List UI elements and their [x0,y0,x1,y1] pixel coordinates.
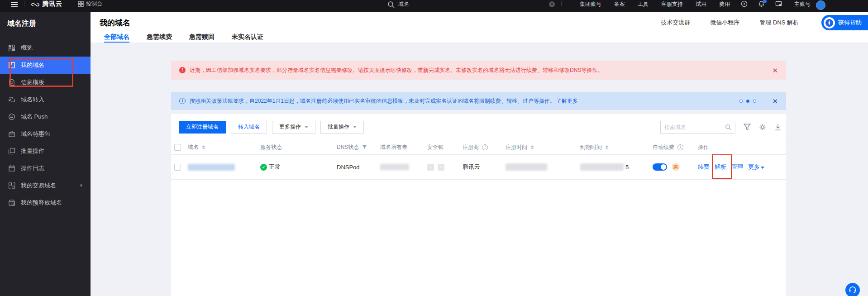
user-avatar[interactable] [816,0,825,10]
sort-expire-time-icon[interactable] [605,145,609,149]
auto-renew-info-icon[interactable]: i [677,144,683,150]
info-template-icon [8,79,15,86]
menu-group-account[interactable]: 集团账号 [580,0,601,8]
expire-time-visible-digit: 5 [625,164,629,171]
notification-badge [763,0,767,3]
tab-all-domains[interactable]: 全部域名 [104,33,129,43]
learn-more-link[interactable]: 了解更多 [556,98,578,104]
unlock-refresh-icon[interactable]: ○ [438,164,444,171]
filter-icon[interactable] [744,124,751,131]
clear-search-icon[interactable]: ✕ [549,1,555,7]
header-links: 技术交流群 微信小程序 管理 DNS 解析 [661,19,799,27]
console-link[interactable]: 控制台 [78,0,102,7]
lock-icon[interactable]: – [427,164,434,171]
global-search[interactable]: 域名 ✕ [387,0,555,8]
sidebar-item-pre-release-domains[interactable]: 我的预释放域名 [0,194,91,211]
console-settings-icon[interactable] [775,0,782,8]
select-all-checkbox[interactable] [174,144,181,151]
link-tech-group[interactable]: 技术交流群 [661,19,690,27]
pre-release-domains-icon [8,199,15,206]
download-icon[interactable] [774,124,782,131]
sidebar-item-domain-push[interactable]: 域名 Push [0,108,91,125]
notification-bell-icon[interactable] [758,0,765,8]
search-icon [725,124,731,130]
customer-service-chat-button[interactable] [845,283,860,296]
sidebar-item-operation-log[interactable]: 操作日志 [0,160,91,177]
more-actions-link[interactable]: 更多 [748,163,764,171]
dns-status: DNSPod [337,164,360,171]
row-checkbox[interactable] [174,164,181,171]
more-actions-dropdown[interactable]: 更多操作 [272,121,315,134]
tab-bar: 全部域名 急需续费 急需赎回 未实名认证 [91,33,868,43]
manage-link[interactable]: 管理 [731,163,743,171]
sort-register-time-icon[interactable] [530,145,534,149]
sidebar-item-overview[interactable]: 概览 [0,39,91,57]
warning-close-icon[interactable]: ✕ [772,67,778,74]
divider [24,1,24,6]
my-domains-icon [8,62,15,69]
tencent-cloud-logo[interactable]: 腾讯云 [31,0,62,7]
chevron-down-icon [761,167,764,169]
menu-billing[interactable]: 费用 [719,0,730,8]
compass-icon [824,17,835,29]
global-search-value[interactable]: 域名 [398,0,409,8]
toolbar: 立即注册域名 转入域名 更多操作 批量操作 [171,114,786,140]
sort-domain-icon[interactable] [202,145,205,149]
masked-domain-name[interactable] [188,164,235,171]
info-close-icon[interactable]: ✕ [772,98,778,105]
chevron-down-icon [305,126,308,128]
sidebar-item-my-domains[interactable]: 我的域名 [0,57,91,74]
sidebar-item-trade-domains[interactable]: 我的交易域名 ▼ [0,177,91,194]
settings-gear-icon[interactable] [759,124,766,131]
cloud-logo-icon [31,1,40,7]
tab-not-verified[interactable]: 未实名认证 [232,33,263,43]
domain-transfer-in-icon [8,96,15,103]
dns-filter-icon[interactable] [362,145,367,150]
sidebar-item-batch-operation[interactable]: 批量操作 [0,143,91,160]
hamburger-menu-icon[interactable] [11,0,18,7]
masked-expire-time [580,163,624,171]
carousel-dot[interactable] [753,100,756,103]
carousel-dot[interactable] [739,100,743,103]
tab-redeem-urgent[interactable]: 急需赎回 [189,33,215,43]
console-grid-icon [78,1,84,7]
topbar-menu: 集团账号 备案 工具 客服支持 试用 费用 [580,0,730,8]
domain-push-icon [8,113,15,120]
discount-badge[interactable]: 惠 [672,163,680,171]
account-type-label[interactable]: 主账号 [794,0,811,8]
operation-log-icon [8,165,15,172]
renew-link[interactable]: 续费 [698,163,710,171]
sidebar-title: 域名注册 [0,12,91,35]
page-header-band: 我的域名 技术交流群 微信小程序 管理 DNS 解析 获得帮助 全部域名 急需续… [91,12,868,43]
info-banner: i 按照相关政策法规要求，自2022年1月1日起，域名注册前必须使用已实名审核的… [171,92,786,110]
chevron-down-icon: ▼ [79,183,83,188]
assistant-icon[interactable] [741,0,748,8]
auto-renew-toggle[interactable] [653,163,667,171]
sidebar-item-domain-transfer-in[interactable]: 域名转入 [0,91,91,108]
menu-icp-filing[interactable]: 备案 [614,0,625,8]
domain-search-input[interactable] [664,124,722,130]
page-title: 我的域名 [100,18,130,28]
registrar-info-icon[interactable]: i [482,144,488,150]
link-wechat-mini-program[interactable]: 微信小程序 [710,19,739,27]
warning-text: 近期，因工信部加强域名实名要求，部分存量域名实名信息需要修改。请按页面提示尽快修… [190,67,603,74]
status-ok-icon: ✓ [260,164,267,171]
sidebar-item-info-template[interactable]: 信息模板 [0,74,91,91]
menu-trial[interactable]: 试用 [696,0,706,8]
register-domain-button[interactable]: 立即注册域名 [179,121,226,134]
batch-actions-dropdown[interactable]: 批量操作 [320,121,364,134]
warning-banner: ! 近期，因工信部加强域名实名要求，部分存量域名实名信息需要修改。请按页面提示尽… [171,61,786,80]
sidebar-item-domain-offer-pack[interactable]: 域名特惠包 [0,125,91,143]
domain-search-box[interactable] [660,121,735,134]
menu-tools[interactable]: 工具 [638,0,649,8]
chevron-down-icon [353,126,357,128]
link-manage-dns[interactable]: 管理 DNS 解析 [759,19,799,27]
transfer-domain-button[interactable]: 转入域名 [231,121,267,134]
get-help-button[interactable]: 获得帮助 [821,15,868,30]
domain-offer-pack-icon [8,130,15,138]
info-text: 按照相关政策法规要求，自2022年1月1日起，域名注册前必须使用已实名审核的信息… [190,98,555,104]
tab-renew-urgent[interactable]: 急需续费 [147,33,172,43]
resolve-dns-link[interactable]: 解析 [715,163,726,171]
carousel-dot-active[interactable] [746,100,749,103]
menu-support[interactable]: 客服支持 [661,0,683,8]
